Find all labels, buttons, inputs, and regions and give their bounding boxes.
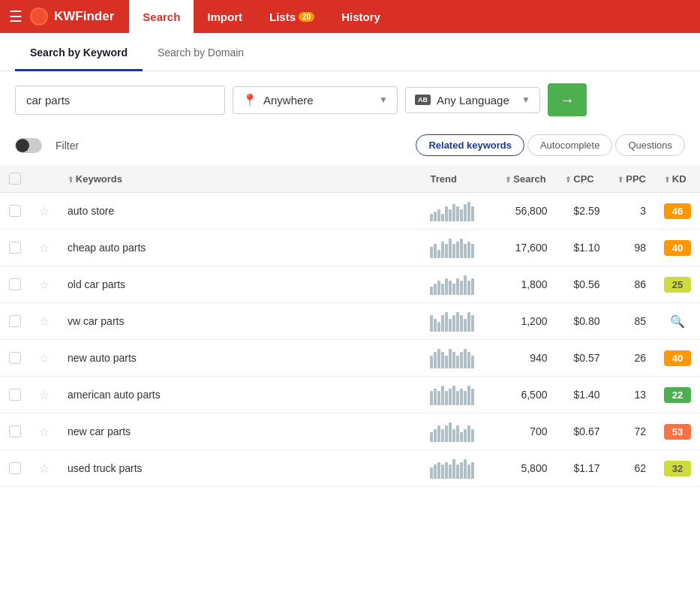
logo: KWFinder [30, 8, 114, 26]
trend-bar [467, 242, 470, 258]
trend-bar [441, 352, 444, 368]
nav-lists[interactable]: Lists 20 [256, 0, 328, 33]
table-row: ☆new car parts700$0.677253 [0, 413, 700, 450]
trend-bar [471, 244, 474, 258]
trend-bar [464, 244, 467, 258]
col-header-cpc[interactable]: CPC [556, 165, 608, 193]
trend-bar [449, 389, 452, 405]
favorite-star[interactable]: ☆ [39, 425, 50, 438]
logo-icon [30, 8, 48, 26]
trend-bar [452, 244, 455, 258]
trend-bar [456, 391, 459, 405]
favorite-star[interactable]: ☆ [39, 205, 50, 218]
trend-bar [452, 315, 455, 332]
language-selector[interactable]: AB Any Language ▼ [405, 87, 540, 113]
trend-chart [430, 347, 487, 368]
menu-icon[interactable]: ☰ [9, 8, 23, 26]
trend-bar [452, 284, 455, 295]
cpc-value: $0.57 [573, 352, 599, 364]
filter-toggle-wrap [15, 138, 42, 153]
trend-bar [430, 315, 433, 332]
nav-history[interactable]: History [328, 0, 394, 33]
search-go-button[interactable]: → [548, 83, 587, 116]
table-body: ☆auto store56,800$2.59346☆cheap auto par… [0, 193, 700, 487]
keyword-text: cheap auto parts [68, 242, 146, 254]
trend-bar [456, 356, 459, 368]
favorite-star[interactable]: ☆ [39, 462, 50, 475]
kd-badge: 53 [664, 424, 691, 440]
nav-search[interactable]: Search [129, 0, 194, 33]
favorite-star[interactable]: ☆ [39, 278, 50, 291]
ppc-value: 85 [634, 315, 646, 327]
trend-chart [430, 237, 487, 258]
col-header-ppc[interactable]: PPC [608, 165, 655, 193]
trend-bar [441, 284, 444, 295]
trend-bar [430, 391, 433, 405]
tab-search-by-domain[interactable]: Search by Domain [143, 33, 259, 71]
language-icon: AB [415, 95, 431, 105]
col-header-search[interactable]: Search [496, 165, 556, 193]
favorite-star[interactable]: ☆ [39, 315, 50, 328]
cpc-value: $0.67 [573, 425, 599, 437]
row-checkbox[interactable] [9, 205, 21, 217]
row-checkbox[interactable] [9, 315, 21, 327]
trend-bar [460, 389, 463, 405]
trend-bar [456, 242, 459, 258]
favorite-star[interactable]: ☆ [39, 389, 50, 401]
keyword-input[interactable] [15, 86, 225, 115]
tab-search-by-keyword[interactable]: Search by Keyword [15, 33, 143, 71]
keywords-table: Keywords Trend Search CPC PPC [0, 165, 700, 487]
row-checkbox[interactable] [9, 425, 21, 437]
col-header-trend[interactable]: Trend [421, 165, 496, 193]
search-volume: 5,800 [521, 462, 547, 474]
row-checkbox[interactable] [9, 462, 21, 474]
trend-chart [430, 200, 487, 221]
trend-bar [467, 352, 470, 368]
trend-bar [467, 386, 470, 405]
row-checkbox[interactable] [9, 352, 21, 364]
trend-bar [430, 247, 433, 258]
select-all-checkbox[interactable] [9, 173, 21, 185]
keyword-text: used truck parts [68, 462, 143, 474]
trend-bar [445, 356, 448, 368]
trend-bar [441, 315, 444, 332]
trend-bar [460, 239, 463, 258]
trend-bar [464, 391, 467, 405]
search-go-arrow-icon: → [560, 92, 575, 109]
trend-bar [437, 209, 440, 221]
row-checkbox[interactable] [9, 389, 21, 401]
trend-bar [445, 206, 448, 221]
ppc-value: 26 [634, 352, 646, 364]
kd-badge: 25 [664, 277, 691, 293]
favorite-star[interactable]: ☆ [39, 242, 50, 254]
favorite-star[interactable]: ☆ [39, 352, 50, 365]
top-navigation: ☰ KWFinder Search Import Lists 20 Histor… [0, 0, 700, 33]
filter-button[interactable]: Filter [50, 137, 85, 155]
col-header-kd[interactable]: KD [655, 165, 700, 193]
trend-bar [437, 281, 440, 295]
trend-bar [471, 278, 474, 295]
row-checkbox[interactable] [9, 278, 21, 290]
trend-chart [430, 384, 487, 405]
location-selector[interactable]: 📍 Anywhere ▼ [233, 86, 398, 114]
cpc-value: $1.17 [573, 462, 599, 474]
col-header-keywords[interactable]: Keywords [59, 165, 421, 193]
filter-toggle[interactable] [15, 138, 42, 153]
trend-bar [434, 284, 437, 295]
table-row: ☆american auto parts6,500$1.401322 [0, 377, 700, 413]
trend-bar [467, 281, 470, 295]
trend-bar [460, 432, 463, 442]
kd-badge: 40 [664, 240, 691, 256]
col-header-check [0, 165, 30, 193]
trend-bar [464, 429, 467, 442]
trend-bar [445, 391, 448, 405]
trend-bar [434, 212, 437, 221]
tab-related-keywords[interactable]: Related keywords [416, 134, 524, 156]
tab-autocomplete[interactable]: Autocomplete [527, 134, 613, 156]
row-checkbox[interactable] [9, 242, 21, 254]
trend-bar [445, 244, 448, 258]
trend-bar [460, 315, 463, 332]
kd-badge: 22 [664, 387, 691, 403]
nav-import[interactable]: Import [194, 0, 256, 33]
tab-questions[interactable]: Questions [615, 134, 685, 156]
